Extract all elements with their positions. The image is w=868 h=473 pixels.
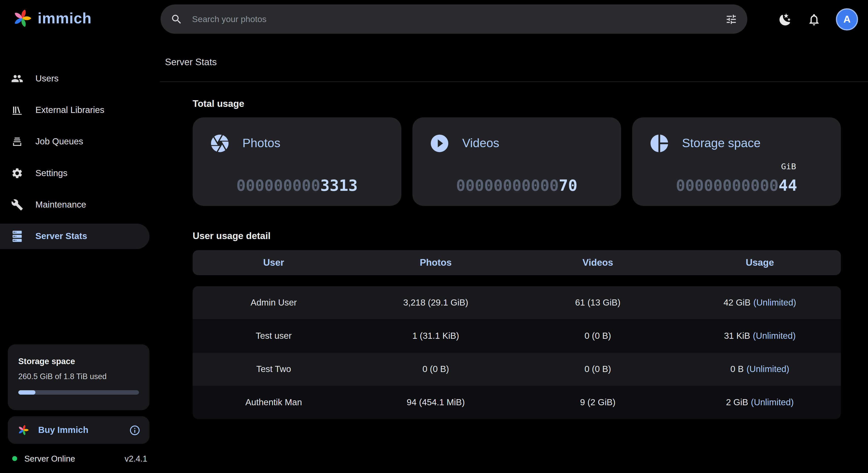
- column-header-videos: Videos: [517, 250, 679, 275]
- count-value: 44: [778, 177, 797, 195]
- usage-limit: (Unlimited): [753, 331, 796, 341]
- count-padding: 00000000000: [456, 177, 559, 195]
- cell-usage: 0 B(Unlimited): [679, 352, 841, 386]
- gear-icon: [11, 167, 23, 180]
- sidebar-item-job-queues[interactable]: Job Queues: [0, 129, 160, 154]
- count-value: 3313: [320, 177, 358, 195]
- page-title: Server Stats: [165, 57, 217, 68]
- storage-space-panel: Storage space 260.5 GiB of 1.8 TiB used: [8, 344, 150, 410]
- sidebar-item-users[interactable]: Users: [0, 66, 160, 91]
- wrench-icon: [11, 199, 23, 211]
- cell-user: Test Two: [193, 352, 355, 386]
- sidebar-item-label: External Libraries: [35, 105, 104, 115]
- users-icon: [11, 72, 23, 85]
- usage-table-header: User Photos Videos Usage: [193, 250, 841, 275]
- storage-count: GiB0000000000044: [632, 177, 841, 195]
- cell-photos: 1 (31.1 KiB): [355, 319, 517, 353]
- table-row: Test Two 0 (0 B) 0 (0 B) 0 B(Unlimited): [193, 352, 841, 386]
- sidebar-item-server-stats[interactable]: Server Stats: [0, 224, 150, 249]
- column-header-photos: Photos: [355, 250, 517, 275]
- server-version[interactable]: v2.4.1: [125, 453, 147, 463]
- queue-icon: [11, 135, 23, 148]
- buy-immich-label: Buy Immich: [38, 425, 88, 435]
- storage-panel-title: Storage space: [18, 356, 139, 366]
- videos-stat-card: Videos 0000000000070: [412, 117, 621, 206]
- cell-user: Test user: [193, 319, 355, 353]
- cell-usage: 2 GiB(Unlimited): [679, 386, 841, 419]
- usage-value: 2 GiB: [726, 398, 748, 407]
- usage-value: 31 KiB: [724, 331, 750, 341]
- cell-videos: 9 (2 GiB): [517, 386, 679, 419]
- column-header-user: User: [193, 250, 355, 275]
- sidebar-item-external-libraries[interactable]: External Libraries: [0, 97, 160, 123]
- card-label: Videos: [462, 136, 499, 151]
- server-status-label: Server Online: [24, 453, 75, 463]
- storage-stat-card: Storage space GiB0000000000044: [632, 117, 841, 206]
- info-icon[interactable]: [129, 424, 141, 436]
- sidebar-item-label: Settings: [35, 168, 67, 178]
- cell-photos: 3,218 (29.1 GiB): [355, 286, 517, 319]
- usage-limit: (Unlimited): [751, 398, 794, 407]
- play-circle-icon: [429, 133, 450, 154]
- cell-videos: 0 (0 B): [517, 319, 679, 353]
- search-filters-icon[interactable]: [725, 13, 737, 25]
- column-header-usage: Usage: [679, 250, 841, 275]
- photos-stat-card: Photos 0000000003313: [193, 117, 401, 206]
- table-row: Test user 1 (31.1 KiB) 0 (0 B) 31 KiB(Un…: [193, 319, 841, 353]
- total-usage-cards: Photos 0000000003313 Videos 000000000007…: [193, 117, 841, 206]
- cell-user: Authentik Man: [193, 386, 355, 419]
- app-window: immich A User: [0, 0, 868, 473]
- cell-usage: 42 GiB(Unlimited): [679, 286, 841, 319]
- user-usage-heading: User usage detail: [193, 231, 271, 242]
- count-padding: 000000000: [236, 177, 320, 195]
- usage-table-body: Admin User 3,218 (29.1 GiB) 61 (13 GiB) …: [193, 286, 841, 419]
- user-avatar[interactable]: A: [836, 8, 858, 30]
- app-logo[interactable]: immich: [11, 7, 92, 29]
- usage-value: 0 B: [731, 364, 744, 374]
- search-icon: [170, 13, 183, 25]
- cell-usage: 31 KiB(Unlimited): [679, 319, 841, 353]
- card-label: Photos: [242, 136, 280, 151]
- search-bar[interactable]: [161, 4, 747, 34]
- total-usage-heading: Total usage: [193, 98, 244, 109]
- storage-usage-text: 260.5 GiB of 1.8 TiB used: [18, 372, 139, 381]
- search-input[interactable]: [191, 13, 725, 25]
- sidebar-item-maintenance[interactable]: Maintenance: [0, 192, 160, 218]
- usage-limit: (Unlimited): [753, 298, 796, 308]
- usage-limit: (Unlimited): [746, 364, 789, 374]
- cell-user: Admin User: [193, 286, 355, 319]
- videos-count: 0000000000070: [412, 177, 621, 195]
- card-label: Storage space: [682, 136, 761, 151]
- sidebar-item-label: Users: [35, 73, 59, 84]
- library-icon: [11, 104, 23, 116]
- table-row: Authentik Man 94 (454.1 MiB) 9 (2 GiB) 2…: [193, 386, 841, 419]
- avatar-initial: A: [843, 13, 850, 25]
- storage-progress-bar: [18, 390, 139, 395]
- usage-value: 42 GiB: [723, 298, 751, 308]
- storage-unit: GiB: [781, 162, 796, 171]
- cell-photos: 0 (0 B): [355, 352, 517, 386]
- storage-progress-fill: [18, 390, 35, 395]
- notifications-bell-icon[interactable]: [807, 12, 821, 26]
- immich-flower-icon: [17, 423, 30, 437]
- immich-flower-icon: [11, 7, 33, 29]
- sidebar-item-label: Maintenance: [35, 200, 86, 210]
- server-status-row: Server Online v2.4.1: [8, 450, 150, 466]
- sidebar-item-settings[interactable]: Settings: [0, 161, 160, 186]
- server-online-dot: [12, 456, 17, 461]
- brand-name: immich: [37, 10, 92, 27]
- photos-count: 0000000003313: [193, 177, 401, 195]
- dark-mode-toggle-icon[interactable]: [778, 12, 793, 26]
- cell-videos: 0 (0 B): [517, 352, 679, 386]
- top-bar: immich A: [0, 0, 868, 39]
- server-icon: [11, 230, 23, 242]
- buy-immich-button[interactable]: Buy Immich: [8, 416, 150, 444]
- title-divider: [160, 82, 868, 82]
- camera-aperture-icon: [209, 133, 230, 154]
- sidebar-item-label: Job Queues: [35, 137, 83, 147]
- cell-videos: 61 (13 GiB): [517, 286, 679, 319]
- count-value: 70: [559, 177, 578, 195]
- sidebar-item-label: Server Stats: [35, 231, 87, 241]
- table-row: Admin User 3,218 (29.1 GiB) 61 (13 GiB) …: [193, 286, 841, 319]
- pie-chart-icon: [649, 133, 670, 154]
